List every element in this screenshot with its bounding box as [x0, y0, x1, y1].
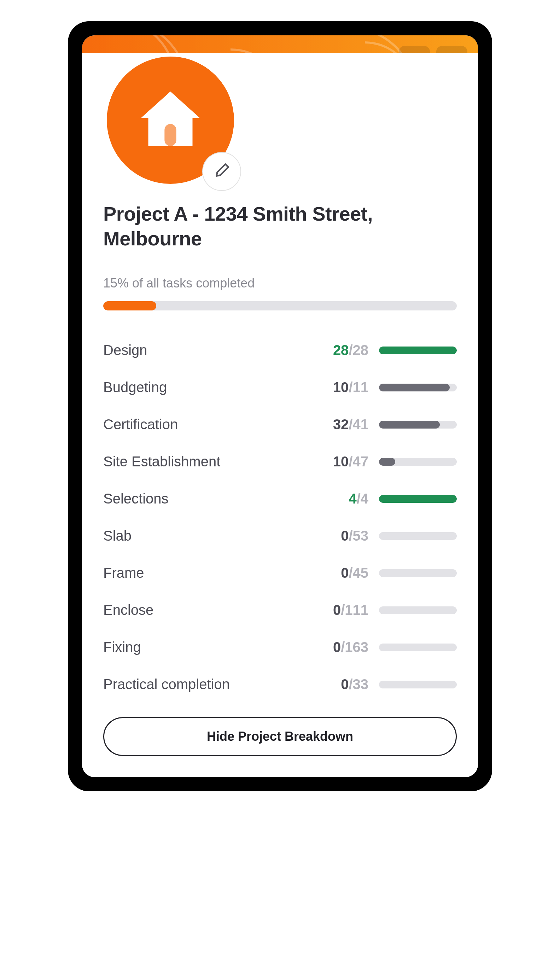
task-count-separator: / — [348, 342, 353, 358]
task-progress-bar — [379, 606, 457, 614]
avatar-edit-button[interactable] — [202, 152, 241, 191]
hide-breakdown-button[interactable]: Hide Project Breakdown — [103, 717, 457, 756]
project-avatar — [103, 53, 238, 187]
task-count: 0/33 — [326, 677, 379, 692]
task-progress-bar — [379, 495, 457, 503]
task-row[interactable]: Design28/28 — [103, 332, 457, 369]
project-title: Project A - 1234 Smith Street, Melbourne — [103, 202, 457, 251]
home-icon — [135, 84, 206, 156]
task-label: Budgeting — [103, 380, 326, 395]
task-row[interactable]: Enclose0/111 — [103, 591, 457, 629]
task-done: 10 — [333, 453, 349, 469]
task-total: 28 — [353, 342, 369, 358]
task-count-separator: / — [348, 528, 353, 544]
task-progress-fill — [379, 421, 440, 429]
task-progress-bar — [379, 644, 457, 651]
task-row[interactable]: Slab0/53 — [103, 517, 457, 554]
overall-progress-bar — [103, 301, 457, 310]
task-progress-bar — [379, 458, 457, 466]
task-count: 32/41 — [326, 417, 379, 432]
task-done: 10 — [333, 380, 349, 395]
task-count: 4/4 — [326, 491, 379, 507]
task-label: Slab — [103, 528, 326, 544]
task-label: Fixing — [103, 639, 326, 655]
task-done: 0 — [333, 602, 341, 618]
app-screen: Project A - 1234 Smith Street, Melbourne… — [82, 35, 478, 777]
task-progress-bar — [379, 384, 457, 391]
task-progress-fill — [379, 495, 457, 503]
task-progress-bar — [379, 569, 457, 577]
overall-progress-label: 15% of all tasks completed — [103, 276, 457, 291]
task-total: 33 — [353, 677, 369, 692]
device-frame: Project A - 1234 Smith Street, Melbourne… — [68, 21, 492, 791]
task-list: Design28/28Budgeting10/11Certification32… — [103, 332, 457, 703]
task-count-separator: / — [348, 677, 353, 692]
task-done: 0 — [333, 639, 341, 655]
task-count-separator: / — [348, 565, 353, 581]
task-row[interactable]: Site Establishment10/47 — [103, 443, 457, 480]
task-row[interactable]: Frame0/45 — [103, 554, 457, 591]
task-total: 111 — [345, 602, 368, 618]
task-count: 0/45 — [326, 565, 379, 581]
overall-progress-fill — [103, 301, 156, 310]
task-total: 4 — [361, 491, 368, 506]
task-total: 41 — [353, 417, 369, 432]
task-done: 32 — [333, 417, 349, 432]
task-label: Site Establishment — [103, 453, 326, 470]
pencil-icon — [213, 162, 230, 181]
task-count-separator: / — [341, 639, 345, 655]
hide-breakdown-label: Hide Project Breakdown — [207, 729, 353, 744]
task-count-separator: / — [357, 491, 361, 506]
task-row[interactable]: Certification32/41 — [103, 406, 457, 443]
task-progress-fill — [379, 384, 450, 391]
task-count: 10/11 — [326, 380, 379, 395]
task-progress-bar — [379, 347, 457, 354]
task-count: 28/28 — [326, 342, 379, 358]
task-label: Selections — [103, 491, 326, 507]
task-done: 0 — [341, 565, 348, 581]
task-done: 4 — [348, 491, 356, 506]
task-row[interactable]: Fixing0/163 — [103, 629, 457, 666]
content-area: Project A - 1234 Smith Street, Melbourne… — [82, 53, 478, 777]
task-progress-bar — [379, 532, 457, 540]
task-label: Frame — [103, 565, 326, 581]
task-done: 0 — [341, 677, 348, 692]
task-total: 45 — [353, 565, 369, 581]
task-done: 28 — [333, 342, 349, 358]
task-count: 0/111 — [326, 602, 379, 618]
task-count: 10/47 — [326, 453, 379, 470]
task-count-separator: / — [348, 453, 353, 469]
task-progress-fill — [379, 458, 395, 466]
task-total: 53 — [353, 528, 369, 544]
task-count-separator: / — [341, 602, 345, 618]
task-count: 0/163 — [326, 639, 379, 655]
task-progress-bar — [379, 681, 457, 688]
task-total: 163 — [345, 639, 368, 655]
task-count-separator: / — [348, 417, 353, 432]
task-label: Design — [103, 342, 326, 358]
task-count: 0/53 — [326, 528, 379, 544]
task-label: Practical completion — [103, 677, 326, 692]
task-row[interactable]: Selections4/4 — [103, 480, 457, 517]
task-done: 0 — [341, 528, 348, 544]
task-progress-bar — [379, 421, 457, 429]
task-label: Certification — [103, 417, 326, 432]
task-label: Enclose — [103, 602, 326, 618]
task-count-separator: / — [348, 380, 353, 395]
task-total: 47 — [353, 453, 369, 469]
task-progress-fill — [379, 347, 457, 354]
svg-rect-1 — [164, 124, 176, 146]
task-row[interactable]: Budgeting10/11 — [103, 369, 457, 406]
task-row[interactable]: Practical completion0/33 — [103, 666, 457, 703]
task-total: 11 — [353, 380, 369, 395]
